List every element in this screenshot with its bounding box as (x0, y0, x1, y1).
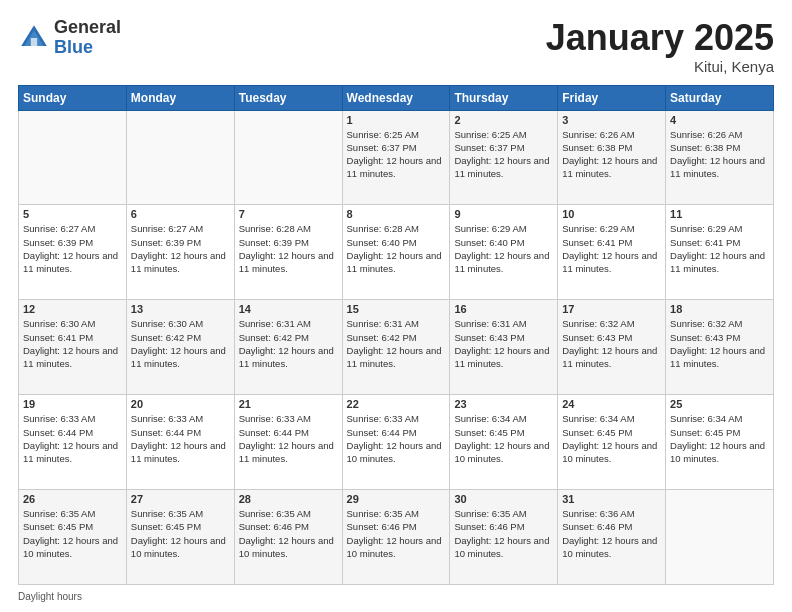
day-cell: 28 Sunrise: 6:35 AM Sunset: 6:46 PM Dayl… (234, 490, 342, 585)
day-number: 28 (239, 493, 338, 505)
day-cell: 5 Sunrise: 6:27 AM Sunset: 6:39 PM Dayli… (19, 205, 127, 300)
day-info: Sunrise: 6:31 AM Sunset: 6:42 PM Dayligh… (239, 317, 338, 370)
daylight: Daylight: 12 hours and 10 minutes. (562, 535, 657, 559)
sunrise: Sunrise: 6:33 AM (23, 413, 95, 424)
sunrise: Sunrise: 6:34 AM (562, 413, 634, 424)
day-info: Sunrise: 6:27 AM Sunset: 6:39 PM Dayligh… (131, 222, 230, 275)
sunset: Sunset: 6:42 PM (131, 332, 201, 343)
day-info: Sunrise: 6:33 AM Sunset: 6:44 PM Dayligh… (347, 412, 446, 465)
month-title: January 2025 (546, 18, 774, 58)
day-info: Sunrise: 6:33 AM Sunset: 6:44 PM Dayligh… (23, 412, 122, 465)
sunrise: Sunrise: 6:30 AM (23, 318, 95, 329)
day-cell: 30 Sunrise: 6:35 AM Sunset: 6:46 PM Dayl… (450, 490, 558, 585)
day-info: Sunrise: 6:31 AM Sunset: 6:42 PM Dayligh… (347, 317, 446, 370)
daylight: Daylight: 12 hours and 11 minutes. (562, 250, 657, 274)
sunrise: Sunrise: 6:29 AM (562, 223, 634, 234)
day-number: 15 (347, 303, 446, 315)
daylight: Daylight: 12 hours and 11 minutes. (347, 155, 442, 179)
day-info: Sunrise: 6:29 AM Sunset: 6:41 PM Dayligh… (562, 222, 661, 275)
calendar: SundayMondayTuesdayWednesdayThursdayFrid… (18, 85, 774, 585)
sunset: Sunset: 6:38 PM (562, 142, 632, 153)
day-cell: 1 Sunrise: 6:25 AM Sunset: 6:37 PM Dayli… (342, 110, 450, 205)
sunrise: Sunrise: 6:31 AM (347, 318, 419, 329)
daylight: Daylight: 12 hours and 10 minutes. (454, 440, 549, 464)
day-number: 23 (454, 398, 553, 410)
sunset: Sunset: 6:43 PM (670, 332, 740, 343)
day-info: Sunrise: 6:35 AM Sunset: 6:46 PM Dayligh… (347, 507, 446, 560)
day-number: 2 (454, 114, 553, 126)
day-number: 16 (454, 303, 553, 315)
day-cell: 23 Sunrise: 6:34 AM Sunset: 6:45 PM Dayl… (450, 395, 558, 490)
logo-blue: Blue (54, 37, 93, 57)
day-number: 19 (23, 398, 122, 410)
day-cell: 4 Sunrise: 6:26 AM Sunset: 6:38 PM Dayli… (666, 110, 774, 205)
weekday-monday: Monday (126, 85, 234, 110)
day-number: 26 (23, 493, 122, 505)
logo-text: General Blue (54, 18, 121, 58)
sunset: Sunset: 6:41 PM (23, 332, 93, 343)
footer: Daylight hours (18, 591, 774, 602)
day-info: Sunrise: 6:28 AM Sunset: 6:40 PM Dayligh… (347, 222, 446, 275)
day-info: Sunrise: 6:35 AM Sunset: 6:46 PM Dayligh… (239, 507, 338, 560)
day-number: 7 (239, 208, 338, 220)
daylight: Daylight: 12 hours and 11 minutes. (562, 345, 657, 369)
sunrise: Sunrise: 6:27 AM (23, 223, 95, 234)
day-cell (234, 110, 342, 205)
sunset: Sunset: 6:42 PM (239, 332, 309, 343)
daylight: Daylight: 12 hours and 11 minutes. (454, 345, 549, 369)
day-cell: 10 Sunrise: 6:29 AM Sunset: 6:41 PM Dayl… (558, 205, 666, 300)
sunset: Sunset: 6:39 PM (131, 237, 201, 248)
sunset: Sunset: 6:41 PM (670, 237, 740, 248)
day-cell: 6 Sunrise: 6:27 AM Sunset: 6:39 PM Dayli… (126, 205, 234, 300)
sunset: Sunset: 6:45 PM (23, 521, 93, 532)
sunrise: Sunrise: 6:29 AM (454, 223, 526, 234)
day-info: Sunrise: 6:33 AM Sunset: 6:44 PM Dayligh… (239, 412, 338, 465)
sunrise: Sunrise: 6:30 AM (131, 318, 203, 329)
weekday-saturday: Saturday (666, 85, 774, 110)
day-number: 12 (23, 303, 122, 315)
week-row-5: 26 Sunrise: 6:35 AM Sunset: 6:45 PM Dayl… (19, 490, 774, 585)
sunrise: Sunrise: 6:34 AM (670, 413, 742, 424)
title-block: January 2025 Kitui, Kenya (546, 18, 774, 75)
sunrise: Sunrise: 6:35 AM (347, 508, 419, 519)
day-number: 25 (670, 398, 769, 410)
sunset: Sunset: 6:40 PM (454, 237, 524, 248)
daylight: Daylight: 12 hours and 10 minutes. (347, 440, 442, 464)
daylight: Daylight: 12 hours and 11 minutes. (131, 250, 226, 274)
day-cell: 15 Sunrise: 6:31 AM Sunset: 6:42 PM Dayl… (342, 300, 450, 395)
day-number: 24 (562, 398, 661, 410)
day-number: 11 (670, 208, 769, 220)
daylight: Daylight: 12 hours and 11 minutes. (670, 345, 765, 369)
day-cell: 24 Sunrise: 6:34 AM Sunset: 6:45 PM Dayl… (558, 395, 666, 490)
sunset: Sunset: 6:40 PM (347, 237, 417, 248)
daylight: Daylight: 12 hours and 11 minutes. (670, 250, 765, 274)
day-number: 21 (239, 398, 338, 410)
sunrise: Sunrise: 6:35 AM (131, 508, 203, 519)
sunset: Sunset: 6:44 PM (239, 427, 309, 438)
day-info: Sunrise: 6:36 AM Sunset: 6:46 PM Dayligh… (562, 507, 661, 560)
day-number: 20 (131, 398, 230, 410)
day-cell: 22 Sunrise: 6:33 AM Sunset: 6:44 PM Dayl… (342, 395, 450, 490)
day-cell: 3 Sunrise: 6:26 AM Sunset: 6:38 PM Dayli… (558, 110, 666, 205)
day-cell: 19 Sunrise: 6:33 AM Sunset: 6:44 PM Dayl… (19, 395, 127, 490)
sunrise: Sunrise: 6:28 AM (239, 223, 311, 234)
header: General Blue January 2025 Kitui, Kenya (18, 18, 774, 75)
day-number: 4 (670, 114, 769, 126)
day-cell: 11 Sunrise: 6:29 AM Sunset: 6:41 PM Dayl… (666, 205, 774, 300)
day-cell: 26 Sunrise: 6:35 AM Sunset: 6:45 PM Dayl… (19, 490, 127, 585)
daylight: Daylight: 12 hours and 11 minutes. (670, 155, 765, 179)
day-number: 9 (454, 208, 553, 220)
sunrise: Sunrise: 6:31 AM (454, 318, 526, 329)
sunset: Sunset: 6:44 PM (131, 427, 201, 438)
day-cell: 9 Sunrise: 6:29 AM Sunset: 6:40 PM Dayli… (450, 205, 558, 300)
sunset: Sunset: 6:42 PM (347, 332, 417, 343)
week-row-1: 1 Sunrise: 6:25 AM Sunset: 6:37 PM Dayli… (19, 110, 774, 205)
day-number: 1 (347, 114, 446, 126)
sunrise: Sunrise: 6:28 AM (347, 223, 419, 234)
day-cell: 2 Sunrise: 6:25 AM Sunset: 6:37 PM Dayli… (450, 110, 558, 205)
sunset: Sunset: 6:39 PM (239, 237, 309, 248)
sunrise: Sunrise: 6:35 AM (454, 508, 526, 519)
day-info: Sunrise: 6:31 AM Sunset: 6:43 PM Dayligh… (454, 317, 553, 370)
sunrise: Sunrise: 6:33 AM (347, 413, 419, 424)
sunset: Sunset: 6:43 PM (562, 332, 632, 343)
